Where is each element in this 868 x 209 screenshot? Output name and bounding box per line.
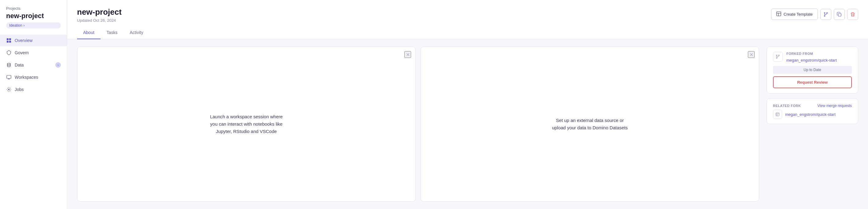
page-title: new-project (77, 7, 122, 17)
header-actions: Create Template (771, 8, 858, 20)
govern-label: Govern (15, 50, 29, 55)
svg-point-11 (827, 12, 828, 13)
svg-point-12 (824, 15, 825, 16)
svg-rect-7 (777, 11, 781, 16)
data-chevron-icon: › (55, 62, 61, 68)
svg-rect-3 (9, 41, 11, 43)
related-fork-link[interactable]: megan_engstrom/quick-start (785, 112, 836, 117)
sidebar-ideation-badge[interactable]: Ideation › (6, 22, 61, 28)
svg-rect-17 (776, 113, 779, 116)
svg-rect-5 (7, 75, 11, 78)
copy-button[interactable] (834, 9, 845, 20)
tab-bar: About Tasks Activity (77, 26, 858, 39)
badge-chevron-icon: › (24, 23, 25, 28)
tab-tasks[interactable]: Tasks (100, 26, 124, 39)
fork-icon (773, 52, 783, 61)
forked-from-content: FORKED FROM megan_engstrom/quick-start (786, 52, 852, 63)
jobs-label: Jobs (15, 87, 24, 92)
sidebar-item-workspaces[interactable]: Workspaces (0, 71, 67, 83)
forked-from-link[interactable]: megan_engstrom/quick-start (786, 58, 837, 62)
data-card-text: Set up an external data source or upload… (550, 117, 630, 131)
svg-point-6 (8, 89, 9, 90)
request-review-button[interactable]: Request Review (773, 76, 852, 88)
data-label: Data (15, 62, 24, 68)
delete-button[interactable] (847, 9, 858, 20)
workspaces-label: Workspaces (15, 75, 38, 80)
title-section: new-project Updated Oct 26, 2024 (77, 7, 122, 23)
template-icon (776, 11, 781, 17)
main-header: new-project Updated Oct 26, 2024 Create … (67, 0, 868, 39)
sidebar-item-jobs[interactable]: Jobs (0, 84, 67, 95)
page-subtitle: Updated Oct 26, 2024 (77, 18, 122, 23)
main-content: new-project Updated Oct 26, 2024 Create … (67, 0, 868, 209)
svg-rect-1 (9, 38, 11, 40)
forked-from-section: FORKED FROM megan_engstrom/quick-start U… (767, 47, 858, 94)
right-panel: FORKED FROM megan_engstrom/quick-start U… (767, 47, 858, 202)
shield-icon (6, 50, 11, 55)
tab-about[interactable]: About (77, 26, 100, 39)
related-fork-icon (773, 110, 782, 119)
workspace-card-close[interactable]: ✕ (404, 51, 411, 58)
forked-from-label: FORKED FROM (786, 52, 852, 55)
projects-link[interactable]: Projects (0, 6, 67, 11)
database-icon (6, 62, 11, 68)
svg-point-16 (776, 58, 777, 58)
sidebar: Projects new-project Ideation › Overview (0, 0, 67, 209)
sidebar-item-govern[interactable]: Govern (0, 47, 67, 58)
view-merge-requests-link[interactable]: View merge requests (817, 104, 852, 108)
status-badge: Up to Date (773, 66, 852, 74)
monitor-icon (6, 75, 11, 80)
svg-point-10 (824, 12, 825, 13)
cards-section: ✕ Launch a workspace session where you c… (77, 47, 759, 202)
svg-rect-2 (7, 41, 8, 43)
related-fork-section: RELATED FORK View merge requests megan_e… (767, 98, 858, 124)
content-area: ✕ Launch a workspace session where you c… (67, 39, 868, 209)
data-card-close[interactable]: ✕ (748, 51, 754, 58)
workspace-card: ✕ Launch a workspace session where you c… (77, 47, 416, 202)
create-template-button[interactable]: Create Template (771, 8, 818, 20)
related-fork-row: megan_engstrom/quick-start (773, 110, 852, 119)
related-fork-label: RELATED FORK (773, 104, 801, 108)
sidebar-nav: Overview Govern Data › (0, 35, 67, 95)
svg-rect-0 (7, 38, 8, 40)
tab-activity[interactable]: Activity (123, 26, 149, 39)
sidebar-project-title: new-project (0, 12, 67, 20)
fork-button[interactable] (820, 9, 831, 20)
svg-point-15 (778, 55, 779, 56)
sidebar-item-data[interactable]: Data › (0, 59, 67, 71)
related-fork-header: RELATED FORK View merge requests (773, 104, 852, 108)
grid-icon (6, 38, 11, 43)
sidebar-item-overview[interactable]: Overview (0, 35, 67, 46)
overview-label: Overview (15, 38, 32, 43)
data-card: ✕ Set up an external data source or uplo… (421, 47, 759, 202)
svg-point-14 (776, 55, 777, 56)
svg-point-4 (7, 63, 10, 64)
badge-label: Ideation (9, 23, 22, 28)
forked-from-row: FORKED FROM megan_engstrom/quick-start (773, 52, 852, 63)
workspace-card-text: Launch a workspace session where you can… (207, 113, 286, 135)
jobs-icon (6, 87, 11, 92)
svg-rect-13 (838, 14, 841, 16)
create-template-label: Create Template (784, 12, 813, 17)
